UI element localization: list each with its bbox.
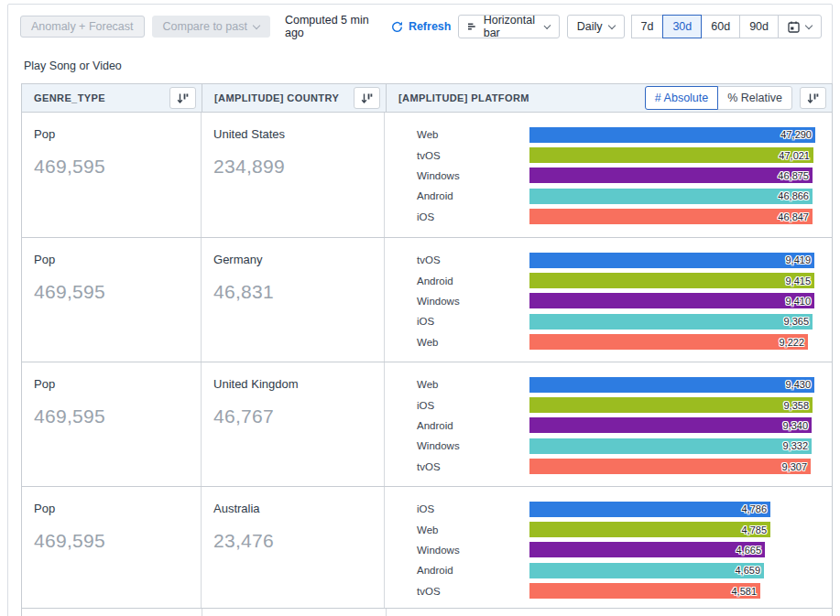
country-cell: United Kingdom46,767 bbox=[202, 362, 385, 486]
bar-track: 47,290 bbox=[529, 127, 832, 143]
bar-segment-android[interactable]: 9,340 bbox=[529, 417, 812, 433]
bar-segment-tvos[interactable]: 4,581 bbox=[529, 583, 760, 599]
partial-cell bbox=[202, 609, 387, 616]
bar-value-label: 47,290 bbox=[780, 129, 812, 140]
bar-track: 46,875 bbox=[529, 168, 832, 183]
country-cell: Australia23,476 bbox=[202, 487, 385, 608]
bar-value-label: 4,786 bbox=[741, 503, 767, 514]
genre-cell: Pop469,595 bbox=[22, 362, 202, 486]
bar-segment-android[interactable]: 4,659 bbox=[529, 563, 764, 578]
platform-line: tvOS9,307 bbox=[417, 457, 832, 477]
refresh-label: Refresh bbox=[409, 20, 452, 33]
bar-segment-windows[interactable]: 4,665 bbox=[529, 542, 765, 557]
refresh-button[interactable]: Refresh bbox=[391, 20, 452, 33]
header-platform-label: [AMPLITUDE] PLATFORM bbox=[398, 92, 529, 103]
header-country-label: [AMPLITUDE] COUNTRY bbox=[214, 92, 339, 103]
bar-segment-web[interactable]: 9,430 bbox=[529, 377, 814, 393]
bar-segment-web[interactable]: 4,785 bbox=[529, 522, 770, 537]
platform-line: Android9,415 bbox=[417, 270, 832, 290]
bar-track: 9,419 bbox=[529, 253, 832, 268]
country-name: United States bbox=[213, 127, 384, 141]
bar-value-label: 9,332 bbox=[782, 440, 808, 451]
platform-line: tvOS4,581 bbox=[417, 581, 832, 601]
interval-label: Daily bbox=[577, 20, 603, 33]
chart-type-dropdown[interactable]: Horizontal bar bbox=[458, 15, 559, 38]
bar-segment-tvos[interactable]: 9,419 bbox=[529, 253, 814, 268]
interval-dropdown[interactable]: Daily bbox=[567, 15, 625, 38]
bar-segment-android[interactable]: 9,415 bbox=[529, 273, 814, 288]
bar-segment-ios[interactable]: 9,365 bbox=[529, 314, 813, 330]
absolute-toggle-button[interactable]: # Absolute bbox=[645, 86, 718, 110]
bar-track: 4,581 bbox=[529, 583, 832, 599]
bar-track: 47,021 bbox=[529, 147, 832, 163]
bar-segment-ios[interactable]: 9,358 bbox=[529, 397, 813, 413]
breakdown-table: GENRE_TYPE [AMPLITUDE] COUNTRY bbox=[21, 83, 833, 616]
bar-value-label: 47,021 bbox=[779, 150, 810, 161]
chart-type-label: Horizontal bar bbox=[484, 14, 539, 39]
bar-segment-windows[interactable]: 9,410 bbox=[529, 293, 814, 308]
country-name: Germany bbox=[213, 253, 384, 266]
header-genre-type: GENRE_TYPE bbox=[22, 84, 202, 112]
bar-track: 4,659 bbox=[529, 563, 832, 578]
platform-label: Windows bbox=[417, 440, 529, 451]
table-row: Pop469,595United Kingdom46,767Web9,430iO… bbox=[21, 362, 833, 487]
bar-value-label: 9,365 bbox=[783, 316, 809, 327]
bar-segment-tvos[interactable]: 47,021 bbox=[529, 147, 813, 163]
bar-segment-windows[interactable]: 46,875 bbox=[529, 168, 813, 183]
country-cell: Germany46,831 bbox=[202, 238, 385, 362]
platform-line: Windows9,332 bbox=[417, 436, 832, 456]
platform-cell: Web47,290tvOS47,021Windows46,875Android4… bbox=[385, 113, 832, 237]
bar-segment-windows[interactable]: 9,332 bbox=[529, 438, 812, 454]
bar-segment-web[interactable]: 47,290 bbox=[529, 127, 815, 143]
genre-total: 469,595 bbox=[34, 405, 201, 427]
country-total: 46,831 bbox=[213, 281, 384, 303]
bar-value-label: 9,358 bbox=[783, 400, 809, 411]
bar-segment-ios[interactable]: 46,847 bbox=[529, 209, 813, 224]
genre-cell: Pop469,595 bbox=[22, 238, 202, 362]
chevron-down-icon bbox=[253, 21, 260, 28]
bar-segment-android[interactable]: 46,866 bbox=[529, 189, 813, 204]
bar-track: 9,410 bbox=[529, 293, 832, 308]
range-7d-button[interactable]: 7d bbox=[631, 15, 664, 38]
value-mode-toggle: # Absolute % Relative bbox=[645, 86, 792, 110]
range-60d-button[interactable]: 60d bbox=[701, 15, 740, 38]
platform-line: Windows4,665 bbox=[417, 540, 832, 560]
bar-segment-tvos[interactable]: 9,307 bbox=[529, 459, 811, 474]
range-90d-button[interactable]: 90d bbox=[739, 15, 779, 38]
country-total: 23,476 bbox=[213, 530, 384, 552]
anomaly-forecast-button[interactable]: Anomaly + Forecast bbox=[20, 16, 145, 38]
sort-genre-button[interactable] bbox=[169, 87, 196, 109]
calendar-icon bbox=[788, 21, 801, 33]
bar-track: 4,665 bbox=[529, 542, 832, 557]
toolbar-right: Horizontal bar Daily 7d30d60d90d bbox=[458, 15, 822, 38]
dashboard-page: Anomaly + Forecast Compare to past Compu… bbox=[0, 0, 840, 616]
bar-track: 9,358 bbox=[529, 397, 832, 413]
sort-platform-button[interactable] bbox=[800, 87, 826, 109]
bar-segment-web[interactable]: 9,222 bbox=[529, 334, 808, 350]
bar-value-label: 9,340 bbox=[782, 420, 808, 431]
sort-country-button[interactable] bbox=[354, 87, 380, 109]
table-header-row: GENRE_TYPE [AMPLITUDE] COUNTRY bbox=[21, 83, 833, 113]
compare-to-past-dropdown[interactable]: Compare to past bbox=[152, 16, 270, 38]
platform-line: Web47,290 bbox=[417, 124, 832, 145]
platform-label: iOS bbox=[417, 316, 529, 327]
platform-label: tvOS bbox=[417, 461, 529, 472]
bar-segment-ios[interactable]: 4,786 bbox=[529, 502, 770, 517]
platform-line: Android46,866 bbox=[417, 186, 832, 206]
refresh-icon bbox=[391, 21, 403, 33]
partial-cell bbox=[387, 609, 832, 616]
custom-date-range-button[interactable] bbox=[778, 15, 822, 38]
platform-cell: iOS4,786Web4,785Windows4,665Android4,659… bbox=[385, 487, 832, 608]
sort-descending-icon bbox=[177, 92, 189, 104]
bar-value-label: 9,307 bbox=[781, 461, 807, 472]
computed-status-text: Computed 5 min ago bbox=[285, 14, 371, 39]
date-range-group: 7d30d60d90d bbox=[632, 15, 822, 38]
platform-label: Android bbox=[417, 565, 529, 576]
bar-value-label: 9,419 bbox=[785, 254, 811, 265]
range-30d-button[interactable]: 30d bbox=[662, 15, 702, 38]
bar-track: 9,415 bbox=[529, 273, 832, 288]
relative-toggle-button[interactable]: % Relative bbox=[717, 86, 792, 110]
bar-value-label: 46,875 bbox=[778, 170, 809, 181]
platform-label: Windows bbox=[417, 545, 529, 556]
table-body: Pop469,595United States234,899Web47,290t… bbox=[21, 113, 833, 616]
